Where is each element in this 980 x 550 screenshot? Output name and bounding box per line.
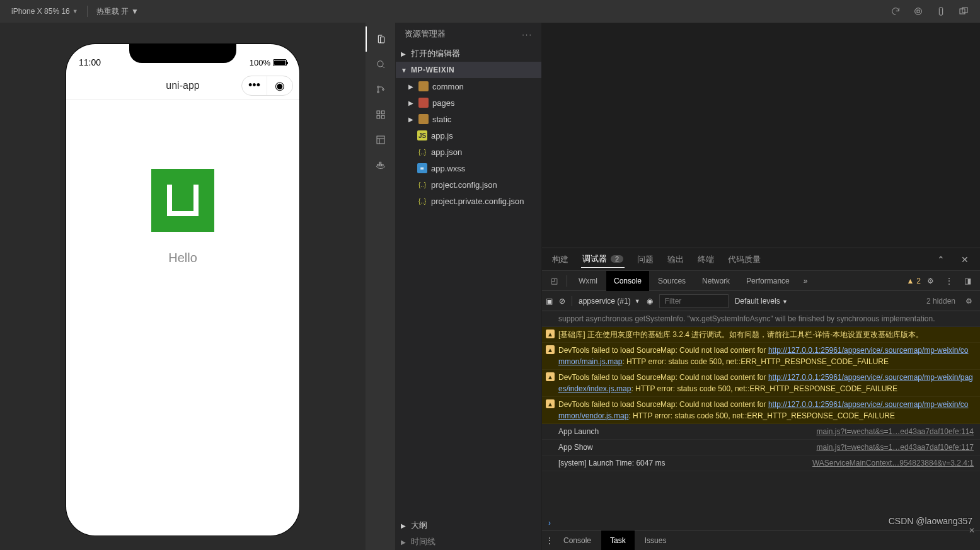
- kebab-icon[interactable]: ⋮: [940, 277, 958, 285]
- tree-item-label: project.config.json: [431, 180, 497, 190]
- tab-terminal[interactable]: 终端: [696, 251, 715, 268]
- tab-debugger[interactable]: 调试器 2: [581, 251, 625, 268]
- warning-count: 2: [916, 277, 921, 285]
- source-link[interactable]: http://127.0.0.1:25961/appservice/.sourc…: [558, 400, 968, 420]
- tab-console[interactable]: Console: [606, 271, 649, 291]
- source-link[interactable]: http://127.0.0.1:25961/appservice/.sourc…: [558, 373, 973, 393]
- extensions-icon[interactable]: [366, 102, 396, 127]
- chevron-up-icon[interactable]: ⌃: [935, 255, 947, 265]
- warning-chip[interactable]: ▲ 2: [906, 277, 921, 285]
- tree-item-label: project.private.config.json: [431, 197, 524, 206]
- console-output[interactable]: support asynchronous getSystemInfo. "wx.…: [542, 311, 980, 516]
- tab-performance[interactable]: Performance: [739, 271, 797, 291]
- source-link[interactable]: WAServiceMainContext…954823884&v=3.2.4:1: [812, 457, 974, 469]
- tree-file[interactable]: JS app.js: [396, 127, 541, 144]
- refresh-icon[interactable]: [884, 0, 907, 23]
- tree-file[interactable]: {..} project.config.json: [396, 176, 541, 193]
- tree-folder[interactable]: ▶ pages: [396, 95, 541, 111]
- svg-rect-14: [377, 164, 379, 166]
- source-link[interactable]: http://127.0.0.1:25961/appservice/.sourc…: [558, 346, 968, 366]
- tree-file[interactable]: ≡ app.wxss: [396, 160, 541, 176]
- svg-point-0: [915, 8, 922, 15]
- footer-issues[interactable]: Issues: [636, 530, 676, 551]
- inspect-icon[interactable]: ◰: [546, 277, 563, 285]
- more-icon[interactable]: •••: [242, 76, 267, 95]
- search-icon[interactable]: [366, 52, 396, 77]
- window-icon[interactable]: [952, 0, 975, 23]
- source-link[interactable]: main.js?t=wechat&s=1…ed43aa7daf10efe:117: [816, 442, 974, 453]
- chevron-right-icon: ▶: [401, 522, 407, 529]
- dock-icon[interactable]: ◨: [959, 277, 976, 285]
- folder-icon: [418, 114, 429, 124]
- hidden-count[interactable]: 2 hidden: [926, 297, 955, 306]
- source-link[interactable]: main.js?t=wechat&s=1…ed43aa7daf10efe:114: [816, 426, 974, 437]
- project-section[interactable]: ▼ MP-WEIXIN: [396, 62, 541, 78]
- tab-wxml[interactable]: Wxml: [571, 271, 605, 291]
- console-prompt[interactable]: ›: [542, 516, 980, 530]
- footer-task[interactable]: Task: [601, 530, 635, 551]
- tree-item-label: app.js: [431, 131, 453, 140]
- warning-icon: ▲: [546, 399, 555, 408]
- tab-build[interactable]: 构建: [551, 251, 570, 268]
- close-icon[interactable]: ✕: [969, 526, 975, 535]
- live-expression-icon[interactable]: ◉: [647, 297, 653, 306]
- device-selector[interactable]: iPhone X 85% 16 ▼: [5, 7, 84, 16]
- docker-icon[interactable]: [366, 152, 396, 178]
- levels-selector[interactable]: Default levels ▼: [735, 297, 788, 306]
- device-icon[interactable]: [930, 0, 952, 23]
- svg-rect-1: [917, 10, 919, 13]
- tree-folder[interactable]: ▶ static: [396, 111, 541, 127]
- console-filterbar: ▣ ⊘ appservice (#1) ▼ ◉ Default levels ▼…: [542, 291, 980, 311]
- chevron-down-icon: ▼: [131, 7, 139, 16]
- svg-rect-2: [939, 8, 942, 15]
- footer-console[interactable]: Console: [555, 530, 600, 551]
- svg-rect-10: [381, 111, 384, 114]
- svg-rect-12: [381, 115, 384, 118]
- gear-icon[interactable]: ⚙: [922, 277, 939, 285]
- simulator-pane: 11:00 100% uni-app ••• ◉ Hello: [0, 23, 366, 550]
- tab-network[interactable]: Network: [695, 271, 737, 291]
- hot-reload-label: 热重载 开: [96, 6, 129, 17]
- context-selector[interactable]: appservice (#1) ▼: [579, 297, 640, 306]
- tree-file[interactable]: {..} project.private.config.json: [396, 193, 541, 209]
- console-message: [基础库] 正在使用灰度中的基础库 3.2.4 进行调试。如有问题，请前往工具栏…: [558, 329, 974, 340]
- console-message: DevTools failed to load SourceMap: Could…: [558, 399, 974, 421]
- open-editors-section[interactable]: ▶ 打开的编辑器: [396, 45, 541, 62]
- layout-icon[interactable]: [366, 127, 396, 152]
- kebab-icon[interactable]: ⋮: [546, 536, 553, 545]
- more-icon[interactable]: ···: [522, 30, 533, 39]
- target-icon[interactable]: ◉: [267, 76, 292, 95]
- battery-label: 100%: [250, 58, 270, 67]
- tree-folder[interactable]: ▶ common: [396, 78, 541, 95]
- tab-code-quality[interactable]: 代码质量: [727, 251, 762, 268]
- timeline-section[interactable]: ▶ 时间线: [396, 534, 541, 550]
- capsule-button[interactable]: ••• ◉: [241, 76, 293, 96]
- tab-output[interactable]: 输出: [666, 251, 685, 268]
- console-message: DevTools failed to load SourceMap: Could…: [558, 372, 974, 394]
- explorer-icon[interactable]: [366, 26, 396, 52]
- console-row: support asynchronous getSystemInfo. "wx.…: [542, 311, 980, 327]
- chevron-down-icon: ▼: [635, 298, 640, 304]
- app-title: uni-app: [166, 80, 199, 91]
- sidebar-toggle-icon[interactable]: ▣: [546, 297, 553, 306]
- hot-reload-toggle[interactable]: 热重载 开 ▼: [90, 6, 145, 17]
- tab-issues[interactable]: 问题: [636, 251, 655, 268]
- svg-point-8: [382, 89, 384, 91]
- tree-file[interactable]: {..} app.json: [396, 144, 541, 160]
- filter-input[interactable]: [659, 294, 729, 308]
- gear-icon[interactable]: ⚙: [962, 297, 976, 306]
- outline-section[interactable]: ▶ 大纲: [396, 517, 541, 534]
- chevron-down-icon: ▼: [782, 299, 788, 305]
- tab-sources[interactable]: Sources: [650, 271, 693, 291]
- close-icon[interactable]: ✕: [959, 255, 971, 265]
- svg-point-7: [377, 91, 379, 93]
- source-control-icon[interactable]: [366, 77, 396, 102]
- console-row: ▲ DevTools failed to load SourceMap: Cou…: [542, 370, 980, 397]
- svg-point-5: [377, 61, 383, 67]
- timeline-label: 时间线: [411, 536, 435, 547]
- stop-icon[interactable]: [907, 0, 930, 23]
- tree-item-label: pages: [432, 98, 454, 108]
- more-tabs-icon[interactable]: »: [798, 277, 813, 285]
- tree-item-label: app.wxss: [431, 164, 465, 173]
- clear-console-icon[interactable]: ⊘: [559, 297, 565, 306]
